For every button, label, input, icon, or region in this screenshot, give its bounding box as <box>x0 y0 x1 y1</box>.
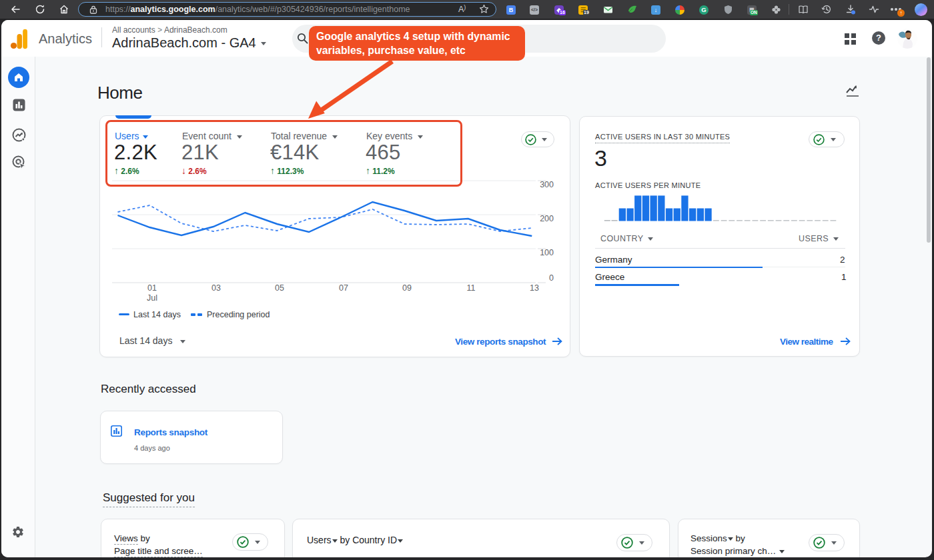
svg-text:Jul: Jul <box>147 293 157 303</box>
svg-text:07: 07 <box>339 283 348 293</box>
svg-text:13: 13 <box>530 283 539 293</box>
svg-text:0: 0 <box>549 273 554 283</box>
svg-text:300: 300 <box>540 180 554 189</box>
svg-text:11: 11 <box>467 283 476 293</box>
svg-text:09: 09 <box>402 283 412 293</box>
svg-text:100: 100 <box>540 248 554 257</box>
svg-text:200: 200 <box>540 214 554 223</box>
svg-text:01: 01 <box>147 283 157 293</box>
svg-text:03: 03 <box>211 283 221 293</box>
svg-text:05: 05 <box>275 283 284 293</box>
